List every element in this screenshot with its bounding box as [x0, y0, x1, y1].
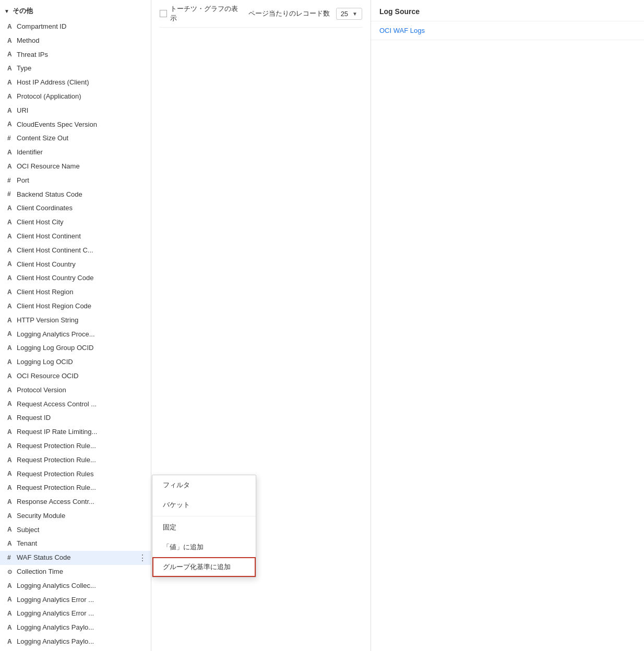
sidebar-item-logging-log-ocid[interactable]: ALogging Log OCID: [0, 355, 151, 369]
sidebar-item-identifier[interactable]: AIdentifier: [0, 146, 151, 160]
type-badge: A: [7, 357, 14, 367]
chart-checkbox[interactable]: [160, 10, 167, 17]
sidebar-item-collection-time[interactable]: ⊙Collection Time: [0, 565, 151, 579]
sidebar-item-label: Method: [17, 35, 147, 46]
type-badge: A: [7, 232, 14, 242]
sidebar-item-logging-analytics-error1[interactable]: ALogging Analytics Error ...: [0, 593, 151, 607]
sidebar-item-cloudevents-spec-version[interactable]: ACloudEvents Spec Version: [0, 118, 151, 132]
type-badge: A: [7, 273, 14, 283]
sidebar-item-label: Client Host Region Code: [17, 301, 147, 312]
sidebar-item-security-module[interactable]: ASecurity Module: [0, 509, 151, 523]
sidebar-item-oci-resource-ocid[interactable]: AOCI Resource OCID: [0, 369, 151, 383]
type-badge: A: [7, 78, 14, 88]
sidebar-item-label: Client Coordinates: [17, 203, 147, 214]
type-badge: A: [7, 218, 14, 227]
sidebar-item-subject[interactable]: ASubject: [0, 523, 151, 537]
add-group-label: グループ化基準に追加: [163, 563, 231, 571]
more-icon[interactable]: ⋮: [138, 554, 147, 562]
type-badge: A: [7, 343, 14, 353]
sidebar-item-label: CloudEvents Spec Version: [17, 119, 147, 130]
context-menu-add-value[interactable]: 「値」に追加: [152, 537, 256, 557]
sidebar-item-backend-status-code[interactable]: #Backend Status Code: [0, 188, 151, 202]
sidebar-item-host-ip-address[interactable]: AHost IP Address (Client): [0, 76, 151, 90]
sidebar-item-uri[interactable]: AURI: [0, 104, 151, 118]
sidebar-item-client-host-continent[interactable]: AClient Host Continent: [0, 230, 151, 244]
sidebar-item-logging-analytics-resou[interactable]: ALogging Analytics Resou...: [0, 649, 151, 651]
right-panel-header: Log Source: [371, 0, 644, 21]
sidebar-item-label: Threat IPs: [17, 50, 147, 61]
context-menu: フィルタ バケット 固定 「値」に追加 グループ化基準に追加: [152, 475, 256, 577]
sidebar-item-method[interactable]: AMethod: [0, 34, 151, 48]
sidebar-item-content-size-out[interactable]: #Content Size Out: [0, 131, 151, 146]
sidebar-item-request-protection-rules[interactable]: ARequest Protection Rules: [0, 467, 151, 481]
sidebar-item-request-ip-rate-limiting[interactable]: ARequest IP Rate Limiting...: [0, 425, 151, 439]
sidebar-item-label: Protocol Version: [17, 385, 147, 396]
sidebar-item-client-host-country-code[interactable]: AClient Host Country Code: [0, 271, 151, 285]
sidebar-item-logging-analytics-error2[interactable]: ALogging Analytics Error ...: [0, 607, 151, 621]
type-badge: A: [7, 246, 14, 256]
sidebar-item-logging-analytics-paylo2[interactable]: ALogging Analytics Paylo...: [0, 635, 151, 649]
sidebar-item-client-host-country[interactable]: AClient Host Country: [0, 258, 151, 272]
sidebar-item-response-access-contr[interactable]: AResponse Access Contr...: [0, 495, 151, 509]
sidebar-item-client-host-region[interactable]: AClient Host Region: [0, 285, 151, 299]
type-badge: A: [7, 609, 14, 619]
sidebar-item-request-access-control[interactable]: ARequest Access Control ...: [0, 397, 151, 412]
chart-toggle[interactable]: トーチツ・グラフの表示: [160, 4, 242, 23]
type-badge: #: [7, 134, 14, 143]
type-badge: ⊙: [7, 568, 14, 577]
sidebar-item-logging-analytics-paylo1[interactable]: ALogging Analytics Paylo...: [0, 621, 151, 635]
sidebar-item-label: Compartment ID: [17, 21, 147, 32]
sidebar-item-logging-log-group-ocid[interactable]: ALogging Log Group OCID: [0, 341, 151, 355]
type-badge: A: [7, 371, 14, 381]
type-badge: A: [7, 385, 14, 395]
sidebar-item-label: Client Host City: [17, 217, 147, 228]
sidebar-item-protocol-application[interactable]: AProtocol (Application): [0, 90, 151, 104]
type-badge: A: [7, 148, 14, 158]
sidebar-item-request-protection-rule2[interactable]: ARequest Protection Rule...: [0, 453, 151, 467]
sidebar-item-label: Client Host Continent: [17, 231, 147, 242]
bucket-label: バケット: [163, 501, 190, 509]
type-badge: A: [7, 22, 14, 32]
sidebar-item-client-host-region-code[interactable]: AClient Host Region Code: [0, 299, 151, 314]
sidebar-items: ACompartment IDAMethodAThreat IPsATypeAH…: [0, 20, 151, 651]
type-badge: A: [7, 203, 14, 213]
sidebar-item-label: Logging Analytics Error ...: [17, 608, 147, 619]
sidebar-item-protocol-version[interactable]: AProtocol Version: [0, 383, 151, 397]
sidebar-item-oci-resource-name[interactable]: AOCI Resource Name: [0, 160, 151, 174]
log-source-label: OCI WAF Logs: [379, 27, 425, 34]
type-badge: A: [7, 316, 14, 326]
sidebar-item-waf-status-code[interactable]: #WAF Status Code⋮: [0, 551, 151, 565]
context-menu-bucket[interactable]: バケット: [152, 495, 256, 515]
sidebar-item-port[interactable]: #Port: [0, 174, 151, 188]
sidebar-item-request-id[interactable]: ARequest ID: [0, 411, 151, 425]
sidebar-item-logging-analytics-collec[interactable]: ALogging Analytics Collec...: [0, 579, 151, 593]
type-badge: A: [7, 64, 14, 74]
sidebar-item-client-coordinates[interactable]: AClient Coordinates: [0, 201, 151, 215]
sidebar-item-threat-ips[interactable]: AThreat IPs: [0, 48, 151, 62]
main-container: ▼ その他 ACompartment IDAMethodAThreat IPsA…: [0, 0, 644, 651]
records-select[interactable]: 25 ▼: [336, 8, 362, 20]
sidebar-item-client-host-continent-c[interactable]: AClient Host Continent C...: [0, 244, 151, 258]
sidebar-item-http-version-string[interactable]: AHTTP Version String: [0, 314, 151, 328]
log-source-item[interactable]: OCI WAF Logs: [371, 21, 644, 40]
sidebar-item-label: Security Module: [17, 511, 147, 522]
context-menu-add-group[interactable]: グループ化基準に追加: [152, 557, 256, 577]
type-badge: A: [7, 50, 14, 59]
sidebar-item-request-protection-rule3[interactable]: ARequest Protection Rule...: [0, 481, 151, 495]
sidebar-item-tenant[interactable]: ATenant: [0, 537, 151, 551]
type-badge: A: [7, 623, 14, 633]
sidebar-item-label: Logging Analytics Paylo...: [17, 622, 147, 633]
sidebar-item-label: Client Host Country: [17, 259, 147, 270]
sidebar-item-logging-analytics-proce[interactable]: ALogging Analytics Proce...: [0, 328, 151, 342]
sidebar-item-request-protection-rule1[interactable]: ARequest Protection Rule...: [0, 439, 151, 453]
context-menu-fix[interactable]: 固定: [152, 517, 256, 537]
right-panel: Log Source OCI WAF Logs: [371, 0, 644, 651]
sidebar-item-client-host-city[interactable]: AClient Host City: [0, 215, 151, 230]
sidebar-item-type[interactable]: AType: [0, 62, 151, 76]
sidebar-item-compartment-id[interactable]: ACompartment ID: [0, 20, 151, 34]
dropdown-arrow-icon: ▼: [352, 11, 357, 17]
context-menu-divider: [152, 516, 256, 516]
sidebar-item-label: Logging Analytics Paylo...: [17, 636, 147, 647]
type-badge: A: [7, 441, 14, 451]
context-menu-filter[interactable]: フィルタ: [152, 475, 256, 495]
